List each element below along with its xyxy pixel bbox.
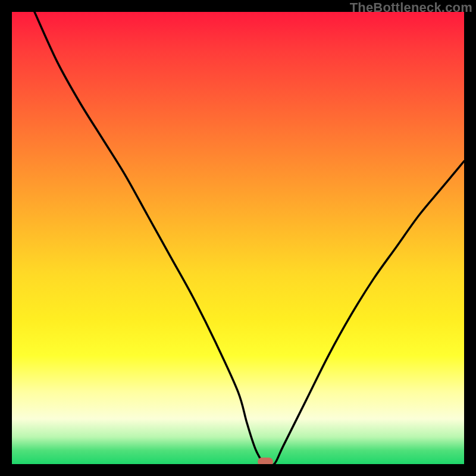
- plot-area: [12, 12, 464, 464]
- watermark-text: TheBottleneck.com: [350, 0, 472, 15]
- bottleneck-curve: [12, 12, 464, 464]
- optimal-point-marker: [258, 458, 273, 464]
- chart-frame: TheBottleneck.com: [0, 0, 476, 476]
